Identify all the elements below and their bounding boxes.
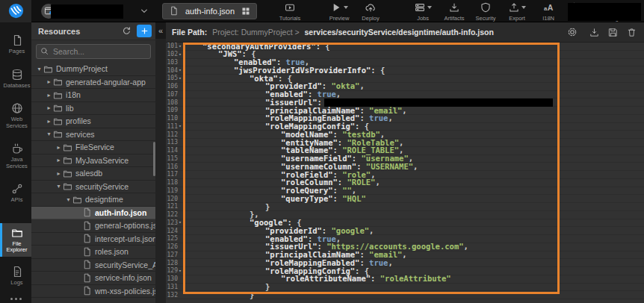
code-line-117[interactable]: 117 "roleField": "role", bbox=[166, 171, 644, 179]
tree-item-i18n[interactable]: ▸ i18n bbox=[31, 89, 155, 102]
code-line-120[interactable]: 120 "queryType": "HQL" bbox=[166, 195, 644, 203]
sidebar-item-databases[interactable]: Databases bbox=[0, 65, 31, 93]
code-line-130[interactable]: 130 "roleAttributeName": "roleAttribute" bbox=[166, 275, 644, 284]
caret-right-icon[interactable]: ▸ bbox=[55, 170, 62, 177]
tree-item-securityService_API.json[interactable]: securityService_API.json bbox=[31, 259, 155, 272]
tree-item-designtime[interactable]: ▾ designtime bbox=[31, 193, 155, 207]
code-line-132[interactable]: 132 } bbox=[166, 291, 644, 299]
editor-download-download-tray-icon[interactable] bbox=[589, 28, 599, 37]
sidebar-item-file-explorer[interactable]: File Explorer bbox=[0, 223, 31, 257]
fold-caret-icon[interactable]: ▾ bbox=[179, 219, 182, 225]
refresh-icon[interactable] bbox=[122, 26, 131, 36]
code-line-109[interactable]: 109 "principalClaimName": "email", bbox=[166, 107, 644, 115]
caret-down-icon[interactable]: ▾ bbox=[36, 66, 43, 72]
editor-delete-trash-icon[interactable] bbox=[627, 28, 637, 37]
fold-caret-icon[interactable]: ▾ bbox=[179, 75, 182, 81]
toolbar-artifacts[interactable]: Artifacts bbox=[442, 1, 466, 22]
code-line-119[interactable]: 119 "roleQuery": "", bbox=[166, 187, 644, 196]
open-file-tab[interactable]: auth-info.json bbox=[162, 3, 257, 19]
line-number: 103 bbox=[166, 59, 183, 66]
sidebar-item-apis[interactable]: APIs bbox=[0, 179, 31, 207]
grid-view-icon[interactable] bbox=[241, 7, 250, 16]
toolbar-preview[interactable]: Preview bbox=[327, 1, 351, 22]
fold-caret-icon[interactable]: ▾ bbox=[179, 268, 182, 274]
tree-item-generated-angular-app[interactable]: ▸ generated-angular-app bbox=[31, 76, 155, 90]
tree-item-label: DummyProject bbox=[56, 64, 108, 73]
tree-item-profiles[interactable]: ▸ profiles bbox=[31, 115, 155, 128]
tree-item-services[interactable]: ▾ services bbox=[31, 128, 155, 142]
tree-item-general-options.json[interactable]: general-options.json bbox=[31, 219, 155, 233]
toolbar-jobs[interactable]: Jobs bbox=[411, 1, 435, 22]
code-line-131[interactable]: 131 } bbox=[166, 284, 644, 292]
code-line-118[interactable]: 118 "roleColumn": "ROLE", bbox=[166, 179, 644, 187]
line-number: 131 bbox=[166, 284, 183, 290]
code-line-111[interactable]: 111▾ "roleMappingConfig": { bbox=[166, 123, 644, 131]
more-options-icon[interactable] bbox=[0, 293, 31, 303]
caret-down-icon[interactable]: ▾ bbox=[65, 196, 72, 203]
sidebar-item-pages[interactable]: Pages bbox=[0, 31, 31, 58]
toolbar-tutorials[interactable]: Tutorials bbox=[278, 1, 302, 22]
toolbar-export[interactable]: Export bbox=[505, 1, 529, 22]
caret-right-icon[interactable]: ▸ bbox=[46, 92, 52, 99]
tree-item-wm-xss-policies.json[interactable]: wm-xss-policies.json bbox=[31, 285, 155, 299]
line-number: 118 bbox=[166, 179, 183, 186]
wavemaker-logo[interactable] bbox=[0, 0, 31, 22]
ide-window: auth-info.json Tutorials Preview Deploy … bbox=[0, 0, 644, 303]
caret-down-icon[interactable]: ▾ bbox=[55, 183, 62, 190]
editor-save-save-icon[interactable] bbox=[608, 28, 618, 37]
tree-item-service-info.json[interactable]: service-info.json bbox=[31, 272, 155, 285]
code-line-124[interactable]: 124 "providerId": "google", bbox=[166, 227, 644, 235]
fold-caret-icon[interactable]: ▾ bbox=[179, 123, 182, 129]
add-resource-button[interactable] bbox=[137, 25, 152, 37]
line-number: 104▾ bbox=[166, 67, 183, 74]
toolbar-export-label: Export bbox=[509, 15, 525, 22]
tree-item-roles.json[interactable]: roles.json bbox=[31, 246, 155, 259]
fold-caret-icon[interactable]: ▾ bbox=[179, 43, 182, 49]
search-input[interactable] bbox=[36, 44, 151, 59]
fold-caret-icon[interactable]: ▾ bbox=[179, 67, 182, 73]
toolbar-security[interactable]: Security bbox=[474, 1, 498, 22]
code-line-122[interactable]: 122 }, bbox=[166, 211, 644, 219]
code-line-105[interactable]: 105▾ "okta": { bbox=[166, 75, 644, 83]
sidebar-item-java-services[interactable]: Java Services bbox=[0, 139, 31, 172]
code-line-112[interactable]: 112 "modelName": "testdb", bbox=[166, 131, 644, 139]
toolbar-i18n[interactable]: aA I18N bbox=[536, 1, 560, 22]
fold-caret-icon[interactable]: ▾ bbox=[179, 51, 182, 57]
tree-item-intercept-urls.json[interactable]: intercept-urls.json bbox=[31, 233, 155, 246]
tree-item-securityService[interactable]: ▾ securityService bbox=[31, 181, 155, 194]
sidebar-item-web-services[interactable]: Web Services bbox=[0, 99, 31, 132]
caret-right-icon[interactable]: ▸ bbox=[55, 157, 62, 163]
chevron-down-icon[interactable] bbox=[140, 7, 149, 16]
tree-item-auth-info.json[interactable]: auth-info.json bbox=[31, 207, 155, 220]
code-line-116[interactable]: 116 "usernameColumn": "USERNAME", bbox=[166, 163, 644, 171]
collapse-panel-icon[interactable]: « bbox=[155, 22, 166, 39]
tree-item-label: roles.json bbox=[95, 247, 129, 256]
code-line-106[interactable]: 106 "providerId": "okta", bbox=[166, 83, 644, 91]
code-editor[interactable]: 101▾ "secondaryAuthProviders": { 102▾ "J… bbox=[166, 43, 644, 303]
tree-item-salesdb[interactable]: ▸ salesdb bbox=[31, 167, 155, 181]
cloud-upload-icon bbox=[365, 2, 376, 13]
sidebar-item-logs[interactable]: Logs bbox=[0, 262, 31, 290]
caret-right-icon[interactable]: ▸ bbox=[46, 78, 52, 85]
code-line-127[interactable]: 127 "principalClaimName": "email", bbox=[166, 252, 644, 260]
code-line-104[interactable]: 104▾ "jwsProviderIdVsProviderInfo": { bbox=[166, 66, 644, 75]
code-line-123[interactable]: 123▾ "google": { bbox=[166, 219, 644, 228]
code-line-128[interactable]: 128 "roleMappingEnabled": true, bbox=[166, 259, 644, 267]
tree-item-DummyProject[interactable]: ▾ DummyProject bbox=[31, 63, 155, 76]
tree-item-MyJavaService[interactable]: ▸ MyJavaService bbox=[31, 154, 155, 168]
tree-item-lib[interactable]: ▸ lib bbox=[31, 102, 155, 116]
caret-right-icon[interactable]: ▸ bbox=[46, 104, 52, 111]
toolbar-deploy[interactable]: Deploy bbox=[359, 1, 383, 22]
caret-right-icon[interactable]: ▸ bbox=[55, 144, 62, 151]
code-line-113[interactable]: 113 "entityName": "RoleTable", bbox=[166, 139, 644, 147]
toolbar-deploy-label: Deploy bbox=[362, 15, 379, 22]
code-line-107[interactable]: 107 "enabled": true, bbox=[166, 91, 644, 99]
code-line-121[interactable]: 121 } bbox=[166, 203, 644, 211]
editor-settings-gear-icon[interactable] bbox=[567, 27, 578, 37]
tree-item-FileService[interactable]: ▸ FileService bbox=[31, 141, 155, 154]
caret-right-icon[interactable]: ▸ bbox=[46, 118, 52, 125]
scrollbar-handle[interactable] bbox=[153, 142, 155, 176]
code-line-110[interactable]: 110 "roleMappingEnabled": true, bbox=[166, 115, 644, 123]
caret-down-icon[interactable]: ▾ bbox=[46, 131, 52, 137]
main-area: Pages Databases Web Services Java Servic… bbox=[0, 22, 644, 303]
